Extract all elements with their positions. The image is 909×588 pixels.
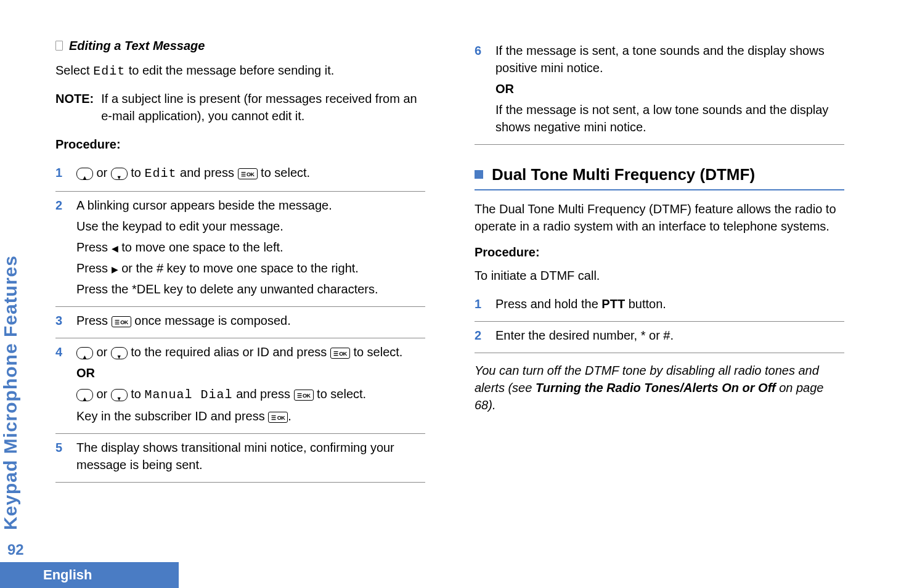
page-number: 92: [0, 541, 909, 558]
step-number: 1: [55, 164, 65, 186]
dtmf-step-1: 1 Press and hold the PTT button.: [475, 290, 844, 322]
step-body: A blinking cursor appears beside the mes…: [76, 197, 425, 301]
step-4: 4 or to the required alias or ID and pre…: [55, 338, 425, 434]
step-body: The display shows transitional mini noti…: [76, 439, 425, 477]
section-heading: Dual Tone Multi Frequency (DTMF): [475, 163, 844, 190]
step-number: 6: [475, 42, 484, 139]
step-body: Press and hold the PTT button.: [495, 295, 844, 316]
step-number: 3: [55, 312, 65, 333]
intro-text: Select Edit to edit the message before s…: [55, 62, 425, 80]
section-title: Dual Tone Multi Frequency (DTMF): [492, 163, 755, 186]
down-button-icon: [111, 168, 128, 180]
ok-button-icon: [294, 390, 314, 401]
ok-button-icon: [112, 316, 131, 327]
right-column: 6 If the message is sent, a tone sounds …: [475, 37, 844, 530]
step-number: 5: [55, 439, 65, 477]
step-1: 1 or to Edit and press to select.: [55, 159, 425, 192]
step-number: 4: [55, 343, 65, 428]
step-number: 2: [55, 197, 65, 301]
step-body: If the message is sent, a tone sounds an…: [495, 42, 844, 139]
footnote: You can turn off the DTMF tone by disabl…: [475, 362, 844, 414]
step-2: 2 A blinking cursor appears beside the m…: [55, 192, 425, 307]
ok-button-icon: [268, 412, 288, 423]
subheading: Editing a Text Message: [69, 37, 205, 54]
dtmf-intro: The Dual Tone Multi Frequency (DTMF) fea…: [475, 200, 844, 235]
down-button-icon: [111, 389, 128, 401]
step-body: Press once message is composed.: [76, 312, 425, 333]
subheading-row: Editing a Text Message: [55, 37, 425, 54]
step-body: Enter the desired number, * or #.: [495, 327, 844, 348]
section-marker-icon: [475, 170, 483, 179]
down-button-icon: [111, 347, 128, 359]
page-content: Keypad Microphone Features Editing a Tex…: [0, 0, 909, 530]
page-footer: 92 English: [0, 541, 909, 588]
document-icon: [55, 41, 63, 51]
procedure-label: Procedure:: [475, 243, 844, 261]
sidebar: Keypad Microphone Features: [0, 37, 37, 530]
dtmf-step-2: 2 Enter the desired number, * or #.: [475, 322, 844, 353]
ok-button-icon: [238, 168, 258, 179]
up-button-icon: [76, 347, 93, 359]
language-bar: English: [0, 562, 179, 588]
up-button-icon: [76, 168, 93, 180]
procedure-label: Procedure:: [55, 136, 425, 153]
right-arrow-icon: [112, 261, 118, 275]
left-column: Editing a Text Message Select Edit to ed…: [55, 37, 425, 530]
step-body: or to the required alias or ID and press…: [76, 343, 425, 428]
sidebar-label: Keypad Microphone Features: [0, 255, 37, 530]
left-arrow-icon: [112, 240, 118, 254]
step-3: 3 Press once message is composed.: [55, 307, 425, 338]
note-label: NOTE:: [55, 90, 94, 125]
step-5: 5 The display shows transitional mini no…: [55, 434, 425, 483]
step-6: 6 If the message is sent, a tone sounds …: [475, 37, 844, 145]
dtmf-subtext: To initiate a DTMF call.: [475, 267, 844, 284]
note: NOTE: If a subject line is present (for …: [55, 90, 425, 125]
columns: Editing a Text Message Select Edit to ed…: [55, 37, 872, 530]
step-number: 2: [475, 327, 484, 348]
up-button-icon: [76, 389, 93, 401]
step-number: 1: [475, 295, 484, 316]
step-body: or to Edit and press to select.: [76, 164, 425, 186]
ok-button-icon: [330, 348, 350, 359]
note-text: If a subject line is present (for messag…: [101, 90, 425, 125]
